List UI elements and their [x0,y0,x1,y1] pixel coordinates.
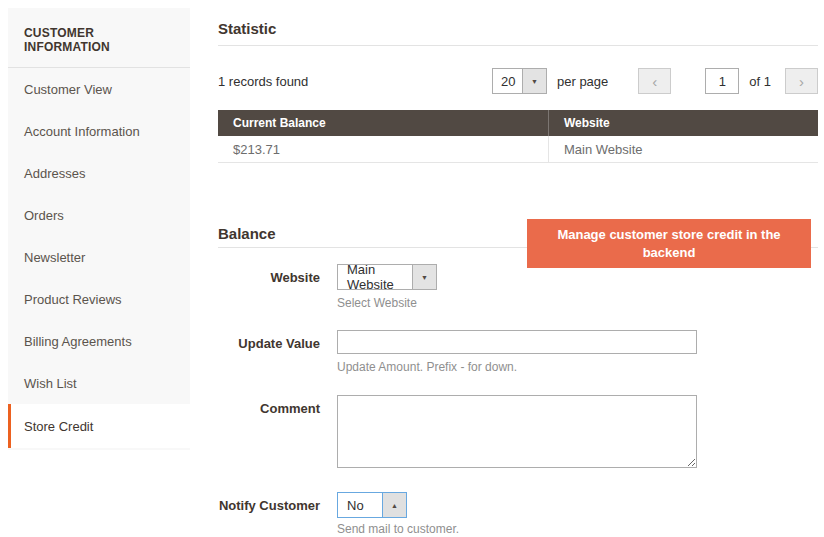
store-credit-grid: Current Balance Website $213.71 Main Web… [218,110,818,163]
cell-website: Main Website [548,136,818,162]
website-select[interactable]: Main Website ▼ [337,264,437,290]
page: CUSTOMER INFORMATION Customer View Accou… [0,0,824,537]
grid-toolbar: 1 records found 20 ▼ per page ‹ of 1 › [218,68,818,94]
update-value-helper-text: Update Amount. Prefix - for down. [337,360,517,374]
sidebar-item-label: Store Credit [24,419,93,434]
notify-customer-select[interactable]: No ▲ [337,492,407,518]
sidebar-item-customer-view[interactable]: Customer View [8,68,190,110]
caret-up-icon: ▲ [382,493,406,517]
table-row: $213.71 Main Website [218,136,818,163]
sidebar-item-store-credit[interactable]: Store Credit [8,404,190,448]
per-page-value: 20 [493,69,522,93]
caret-down-icon: ▼ [522,69,546,93]
caret-down-icon: ▼ [412,265,436,289]
column-header-current-balance[interactable]: Current Balance [218,110,548,136]
update-value-input[interactable] [337,330,697,354]
per-page-select[interactable]: 20 ▼ [492,68,547,94]
sidebar-item-label: Newsletter [24,250,85,265]
update-value-field-label: Update Value [218,336,320,351]
chevron-right-icon: › [799,74,804,89]
sidebar-item-addresses[interactable]: Addresses [8,152,190,194]
notify-customer-field-label: Notify Customer [218,498,320,513]
sidebar-item-label: Addresses [24,166,85,181]
page-total-label: of 1 [749,74,771,89]
next-page-button[interactable]: › [785,68,818,94]
notify-customer-helper-text: Send mail to customer. [337,522,459,536]
sidebar-item-label: Product Reviews [24,292,122,307]
sidebar-item-label: Customer View [24,82,112,97]
website-helper-text: Select Website [337,296,417,310]
customer-information-sidebar: CUSTOMER INFORMATION Customer View Accou… [8,8,190,450]
sidebar-item-orders[interactable]: Orders [8,194,190,236]
notify-customer-select-value: No [338,493,382,517]
column-header-website[interactable]: Website [548,110,818,136]
sidebar-item-account-information[interactable]: Account Information [8,110,190,152]
statistic-section-title: Statistic [218,20,818,37]
statistic-divider [218,45,818,46]
per-page-label: per page [557,74,608,89]
website-field-label: Website [218,270,320,285]
page-number-input[interactable] [705,68,739,94]
sidebar-item-label: Billing Agreements [24,334,132,349]
sidebar-item-newsletter[interactable]: Newsletter [8,236,190,278]
comment-field-label: Comment [218,401,320,416]
sidebar-item-wish-list[interactable]: Wish List [8,362,190,404]
chevron-left-icon: ‹ [652,74,657,89]
grid-header-row: Current Balance Website [218,110,818,136]
tooltip-banner: Manage customer store credit in the back… [527,219,811,268]
records-found-text: 1 records found [218,74,308,89]
sidebar-title: CUSTOMER INFORMATION [8,8,190,68]
sidebar-item-product-reviews[interactable]: Product Reviews [8,278,190,320]
sidebar-item-label: Orders [24,208,64,223]
cell-current-balance: $213.71 [218,136,548,162]
sidebar-item-billing-agreements[interactable]: Billing Agreements [8,320,190,362]
previous-page-button[interactable]: ‹ [638,68,671,94]
pager-controls: 20 ▼ per page ‹ of 1 › [492,68,818,94]
comment-textarea[interactable] [337,395,697,468]
sidebar-item-label: Wish List [24,376,77,391]
sidebar-item-label: Account Information [24,124,140,139]
website-select-value: Main Website [338,265,412,289]
